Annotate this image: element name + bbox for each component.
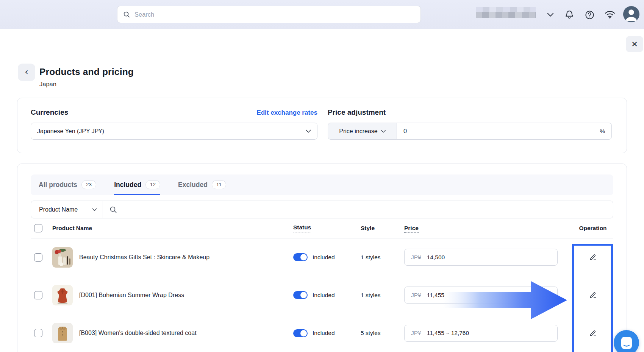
status-label: Included [313, 292, 335, 299]
account-name-redacted [476, 7, 536, 19]
avatar[interactable] [623, 6, 639, 22]
page-subtitle: Japan [39, 81, 56, 88]
price-adjustment-mode-select[interactable]: Price increase [328, 123, 397, 140]
price-input[interactable]: JP¥ 11,455 ~ 12,760 [404, 325, 558, 342]
close-button[interactable]: ✕ [626, 36, 643, 52]
chevron-down-icon [92, 208, 97, 211]
tab-count-badge: 12 [145, 180, 160, 189]
top-bar [0, 0, 644, 29]
price-value: 11,455 ~ 12,760 [427, 330, 469, 336]
currency-select-value: Japanese Yen (JPY JP¥) [37, 128, 104, 135]
table-header: Product Name Status Style Price Operatio… [31, 218, 613, 238]
search-icon [123, 11, 130, 18]
select-all-checkbox[interactable] [34, 224, 42, 232]
table-row: [B003] Women's double-sided textured coa… [31, 314, 613, 352]
product-thumbnail-christmas-gift-set [52, 247, 73, 268]
currencies-title: Currencies [31, 108, 68, 117]
tab-included[interactable]: Included 12 [114, 174, 160, 195]
edit-price-button[interactable] [587, 251, 599, 263]
currency-prefix: JP¥ [411, 254, 421, 261]
wifi-icon[interactable] [604, 9, 616, 20]
row-checkbox[interactable] [34, 253, 42, 262]
products-card: All products 23 Included 12 Excluded 11 … [17, 164, 627, 352]
tab-excluded[interactable]: Excluded 11 [178, 174, 226, 195]
tab-label: Included [114, 181, 141, 189]
row-checkbox[interactable] [34, 329, 42, 337]
currency-prefix: JP¥ [411, 330, 421, 336]
chat-launcher-button[interactable] [614, 330, 639, 352]
filter-field-select[interactable]: Product Name [31, 201, 103, 218]
account-chevron-down-icon[interactable] [545, 9, 556, 20]
price-input[interactable]: JP¥ 14,500 [404, 249, 558, 266]
global-search[interactable] [117, 6, 421, 23]
table-row: Beauty Christmas Gifts Set : Skincare & … [31, 238, 613, 276]
col-status[interactable]: Status [293, 224, 311, 232]
tab-count-badge: 23 [81, 180, 96, 189]
edit-exchange-rates-link[interactable]: Edit exchange rates [256, 109, 317, 117]
col-product-name: Product Name [52, 225, 92, 232]
product-filter-bar: Product Name [31, 201, 613, 218]
edit-price-button[interactable] [587, 289, 599, 301]
product-search[interactable] [103, 201, 613, 218]
product-search-input[interactable] [121, 206, 606, 213]
chevron-down-icon [381, 130, 386, 133]
col-operation: Operation [579, 225, 606, 232]
style-count: 1 styles [361, 292, 381, 298]
percent-unit: % [600, 128, 605, 135]
style-count: 5 styles [361, 330, 381, 336]
filter-field-value: Product Name [39, 206, 78, 213]
price-adjustment-input[interactable] [403, 128, 600, 135]
status-label: Included [313, 254, 335, 261]
global-search-input[interactable] [134, 11, 415, 18]
price-adjustment-input-wrap: % [397, 123, 612, 140]
search-icon [109, 206, 117, 213]
included-toggle[interactable] [293, 291, 308, 299]
product-thumbnail-wrap-dress [52, 285, 73, 305]
row-checkbox[interactable] [34, 291, 42, 299]
product-thumbnail-textured-coat [52, 323, 73, 343]
currency-select[interactable]: Japanese Yen (JPY JP¥) [31, 123, 317, 140]
product-name: [D001] Bohemian Summer Wrap Dress [79, 292, 184, 299]
price-input[interactable]: JP¥ 11,455 [404, 287, 558, 304]
help-icon[interactable] [584, 9, 595, 20]
product-name: Beauty Christmas Gifts Set : Skincare & … [79, 254, 209, 261]
price-adjustment-mode-value: Price increase [339, 128, 377, 135]
style-count: 1 styles [361, 254, 381, 260]
price-adjustment-title: Price adjustment [328, 108, 612, 117]
chevron-down-icon [306, 129, 311, 133]
notifications-bell-icon[interactable] [564, 9, 575, 20]
chat-icon [620, 336, 633, 350]
tab-label: Excluded [178, 181, 208, 189]
product-name: [B003] Women's double-sided textured coa… [79, 330, 197, 336]
tab-label: All products [39, 181, 77, 189]
products-tabbar: All products 23 Included 12 Excluded 11 [31, 174, 613, 195]
price-value: 11,455 [427, 292, 444, 299]
page-title: Products and pricing [39, 67, 134, 77]
col-style: Style [361, 225, 375, 231]
status-label: Included [313, 330, 335, 336]
currency-prefix: JP¥ [411, 292, 421, 299]
tab-all-products[interactable]: All products 23 [39, 174, 96, 195]
currencies-card: Currencies Edit exchange rates Japanese … [17, 98, 627, 153]
included-toggle[interactable] [293, 329, 308, 337]
table-row: [D001] Bohemian Summer Wrap Dress Includ… [31, 276, 613, 314]
back-button[interactable]: ‹ [18, 64, 35, 81]
tab-count-badge: 11 [212, 180, 226, 189]
price-value: 14,500 [427, 254, 445, 261]
edit-price-button[interactable] [587, 327, 599, 340]
col-price[interactable]: Price [404, 225, 419, 233]
included-toggle[interactable] [293, 253, 308, 261]
